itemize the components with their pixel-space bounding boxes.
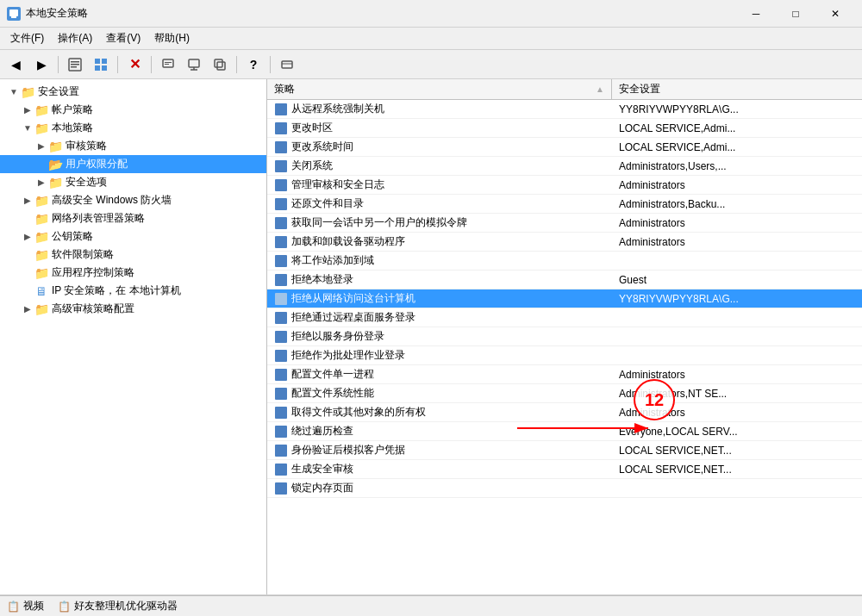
expand-icon-3[interactable]: ▼ [21, 121, 34, 135]
policy-cell: 更改时区 [267, 119, 612, 137]
toolbar-btn-10[interactable] [275, 53, 299, 76]
back-button[interactable]: ◀ [3, 53, 28, 76]
toolbar-btn-6[interactable] [156, 53, 180, 76]
list-row[interactable]: 绕过遍历检查Everyone,LOCAL SERV... [267, 422, 862, 441]
tree-item-audit-policy[interactable]: ▶ 📁 审核策略 [0, 137, 266, 155]
forward-button[interactable]: ▶ [29, 53, 53, 76]
folder-icon-6: 📁 [48, 176, 62, 190]
expand-icon-13[interactable]: ▶ [21, 302, 34, 316]
tree-item-firewall[interactable]: ▶ 📁 高级安全 Windows 防火墙 [0, 191, 266, 209]
expand-icon-9[interactable]: ▶ [21, 230, 34, 244]
setting-cell [612, 354, 862, 358]
list-row[interactable]: 拒绝本地登录Guest [267, 271, 862, 289]
delete-button[interactable]: ✕ [122, 53, 147, 76]
list-row[interactable]: 配置文件系统性能Administrators,NT SE... [267, 384, 862, 403]
list-row[interactable]: 更改系统时间LOCAL SERVICE,Admi... [267, 138, 862, 157]
policy-cell: 将工作站添加到域 [267, 252, 612, 270]
list-row[interactable]: 锁定内存页面 [267, 479, 862, 498]
folder-icon-7: 📁 [34, 194, 48, 208]
list-row[interactable]: 管理审核和安全日志Administrators [267, 176, 862, 195]
setting-cell: LOCAL SERVICE,NET... [612, 462, 862, 477]
list-row[interactable]: 获取同一会话中另一个用户的模拟令牌Administrators [267, 214, 862, 233]
policy-icon [274, 178, 288, 192]
list-row[interactable]: 生成安全审核LOCAL SERVICE,NET... [267, 460, 862, 479]
toolbar-btn-7[interactable] [182, 53, 206, 76]
window-title: 本地安全策略 [26, 6, 88, 21]
list-row[interactable]: 从远程系统强制关机YY8RIYVWPYY8RLA\G... [267, 100, 862, 119]
policy-icon [274, 425, 288, 439]
list-row[interactable]: 拒绝通过远程桌面服务登录 [267, 308, 862, 327]
policy-cell: 绕过遍历检查 [267, 422, 612, 440]
expand-icon-7[interactable]: ▶ [21, 194, 34, 208]
list-row[interactable]: 加载和卸载设备驱动程序Administrators [267, 233, 862, 252]
tree-label-9: 公钥策略 [52, 229, 93, 244]
tree-item-ip-security[interactable]: 🖥 IP 安全策略，在 本地计算机 [0, 282, 266, 300]
list-row[interactable]: 身份验证后模拟客户凭据LOCAL SERVICE,NET... [267, 441, 862, 460]
policy-icon [274, 387, 288, 401]
tree-item-security-settings[interactable]: ▼ 📁 安全设置 [0, 83, 266, 101]
tree-item-security-options[interactable]: ▶ 📁 安全选项 [0, 173, 266, 191]
svg-rect-10 [163, 59, 173, 67]
folder-icon: 📁 [21, 85, 34, 99]
tree-item-network-list[interactable]: 📁 网络列表管理器策略 [0, 209, 266, 227]
svg-rect-6 [95, 59, 100, 64]
tree-label-13: 高级审核策略配置 [52, 302, 134, 316]
column-policy[interactable]: 策略 ▲ [267, 79, 612, 99]
policy-icon [274, 463, 288, 476]
list-row[interactable]: 将工作站添加到域 [267, 252, 862, 271]
svg-rect-13 [189, 59, 199, 67]
policy-icon [274, 368, 288, 382]
policy-icon [274, 273, 288, 287]
list-row[interactable]: 拒绝以服务身份登录 [267, 327, 862, 346]
policy-cell: 锁定内存页面 [267, 479, 612, 497]
tree-item-app-control[interactable]: 📁 应用程序控制策略 [0, 264, 266, 282]
tree-label-12: IP 安全策略，在 本地计算机 [52, 283, 181, 298]
setting-cell [612, 487, 862, 490]
setting-cell: Administrators [612, 215, 862, 231]
list-row[interactable]: 配置文件单一进程Administrators [267, 365, 862, 384]
setting-cell: Administrators [612, 405, 862, 420]
tree-label-7: 高级安全 Windows 防火墙 [52, 193, 172, 208]
tree-item-local-policy[interactable]: ▼ 📁 本地策略 [0, 119, 266, 137]
policy-cell: 更改系统时间 [267, 138, 612, 156]
toolbar-sep-5 [270, 56, 271, 73]
menu-view[interactable]: 查看(V) [99, 29, 147, 47]
svg-rect-12 [165, 64, 169, 65]
policy-cell: 从远程系统强制关机 [267, 100, 612, 118]
list-row[interactable]: 拒绝从网络访问这台计算机YY8RIYVWPYY8RLA\G... [267, 289, 862, 308]
setting-cell: Administrators [612, 234, 862, 250]
tree-item-public-key[interactable]: ▶ 📁 公钥策略 [0, 227, 266, 246]
svg-rect-0 [9, 9, 18, 16]
policy-icon [274, 216, 288, 230]
tree-item-account-policy[interactable]: ▶ 📁 帐户策略 [0, 101, 266, 119]
expand-icon-2[interactable]: ▶ [21, 103, 34, 117]
minimize-button[interactable]: ─ [736, 0, 776, 28]
folder-icon-3: 📁 [34, 121, 48, 135]
list-row[interactable]: 关闭系统Administrators,Users,... [267, 157, 862, 176]
list-row[interactable]: 更改时区LOCAL SERVICE,Admi... [267, 119, 862, 138]
tree-item-audit-advanced[interactable]: ▶ 📁 高级审核策略配置 [0, 300, 266, 318]
toolbar-btn-8[interactable] [208, 53, 232, 76]
toolbar-btn-3[interactable] [63, 53, 87, 76]
toolbar-btn-4[interactable] [89, 53, 113, 76]
expand-icon-6[interactable]: ▶ [34, 176, 48, 190]
list-row[interactable]: 拒绝作为批处理作业登录 [267, 346, 862, 365]
menu-file[interactable]: 文件(F) [3, 29, 51, 47]
list-row[interactable]: 还原文件和目录Administrators,Backu... [267, 195, 862, 214]
titlebar-left: 本地安全策略 [7, 6, 88, 21]
menu-action[interactable]: 操作(A) [51, 29, 99, 47]
column-setting[interactable]: 安全设置 [612, 79, 862, 99]
tree-item-user-rights[interactable]: 📂 用户权限分配 [0, 155, 266, 173]
menu-help[interactable]: 帮助(H) [147, 29, 197, 47]
expand-icon[interactable]: ▼ [7, 85, 21, 99]
expand-icon-4[interactable]: ▶ [34, 140, 48, 153]
help-button[interactable]: ? [241, 53, 265, 76]
maximize-button[interactable]: □ [776, 0, 815, 28]
list-row[interactable]: 取得文件或其他对象的所有权Administrators [267, 403, 862, 422]
expand-icon-11 [21, 266, 34, 280]
setting-cell [612, 259, 862, 263]
policy-cell: 还原文件和目录 [267, 195, 612, 213]
close-button[interactable]: ✕ [815, 0, 855, 28]
tree-item-software[interactable]: 📁 软件限制策略 [0, 246, 266, 264]
expand-icon-8 [21, 212, 34, 226]
